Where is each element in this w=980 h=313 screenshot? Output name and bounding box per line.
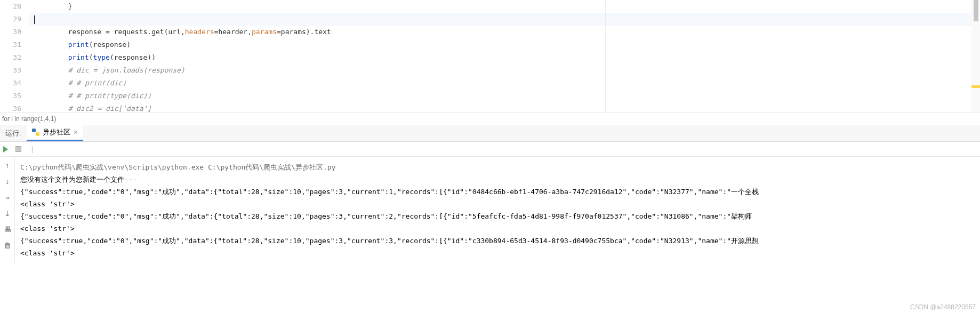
console: ↑ ↓ ⇥ ⤓ 🖶 🗑 C:\python代码\爬虫实战\venv\Script… (0, 157, 980, 263)
run-tab-label[interactable]: 运行: (0, 125, 27, 141)
console-output[interactable]: C:\python代码\爬虫实战\venv\Scripts\python.exe… (15, 157, 980, 263)
output-line: {"success":true,"code":"0","msg":"成功","d… (20, 210, 975, 222)
scroll-icon[interactable]: ⤓ (4, 209, 11, 218)
code-line[interactable]: response = requests.get(url,headers=hear… (29, 26, 980, 38)
tab-active[interactable]: 异步社区 × (27, 125, 83, 141)
wrap-icon[interactable]: ⇥ (5, 193, 9, 202)
margin-guide (605, 0, 606, 112)
run-tabs: 运行: 异步社区 × (0, 125, 980, 142)
cursor (34, 15, 35, 24)
output-line: <class 'str'> (20, 198, 975, 210)
tab-label: 异步社区 (43, 127, 70, 137)
close-icon[interactable]: × (74, 128, 78, 137)
warning-marker[interactable] (971, 85, 980, 88)
output-line: {"success":true,"code":"0","msg":"成功","d… (20, 235, 975, 247)
run-label-text: 运行: (5, 129, 21, 138)
code-editor[interactable]: 28293031323334353637 } response = reques… (0, 0, 980, 112)
output-line: {"success":true,"code":"0","msg":"成功","d… (20, 186, 975, 198)
line-number: 31 (0, 38, 21, 51)
line-number: 35 (0, 90, 21, 102)
line-number: 29 (0, 13, 21, 26)
code-content[interactable]: } response = requests.get(url,headers=he… (29, 0, 980, 112)
code-line[interactable]: print(type(response)) (29, 51, 980, 64)
scrollbar-thumb[interactable] (974, 0, 978, 21)
console-gutter: ↑ ↓ ⇥ ⤓ 🖶 🗑 (0, 157, 15, 263)
print-icon[interactable]: 🖶 (4, 225, 11, 234)
output-line: <class 'str'> (20, 222, 975, 235)
rerun-icon[interactable] (3, 146, 8, 153)
up-icon[interactable]: ↑ (5, 161, 9, 170)
code-line[interactable]: # dic2 = dic['data'] (29, 102, 980, 112)
line-number: 30 (0, 26, 21, 38)
line-gutter: 28293031323334353637 (0, 0, 29, 112)
command-line: C:\python代码\爬虫实战\venv\Scripts\python.exe… (20, 161, 975, 173)
code-line[interactable]: # dic = json.loads(response) (29, 64, 980, 77)
python-icon (32, 129, 39, 136)
code-line[interactable] (29, 13, 980, 26)
line-number: 32 (0, 51, 21, 64)
line-number: 28 (0, 0, 21, 13)
trash-icon[interactable]: 🗑 (4, 241, 11, 250)
output-line: <class 'str'> (20, 247, 975, 259)
code-line[interactable]: print(response) (29, 38, 980, 51)
editor-scrollbar[interactable] (971, 0, 980, 112)
code-line[interactable]: # # print(dic) (29, 77, 980, 90)
line-number: 34 (0, 77, 21, 90)
stop-icon[interactable] (15, 146, 21, 152)
breadcrumb: for i in range(1,4,1) (0, 112, 980, 125)
code-line[interactable]: # # print(type(dic)) (29, 90, 980, 102)
code-line[interactable]: } (29, 0, 980, 13)
console-toolbar: ⋮ (0, 142, 980, 157)
more-icon[interactable]: ⋮ (29, 145, 36, 153)
down-icon[interactable]: ↓ (5, 177, 9, 186)
output-line: 您没有这个文件为您新建一个文件--- (20, 173, 975, 186)
line-number: 36 (0, 102, 21, 112)
line-number: 33 (0, 64, 21, 77)
